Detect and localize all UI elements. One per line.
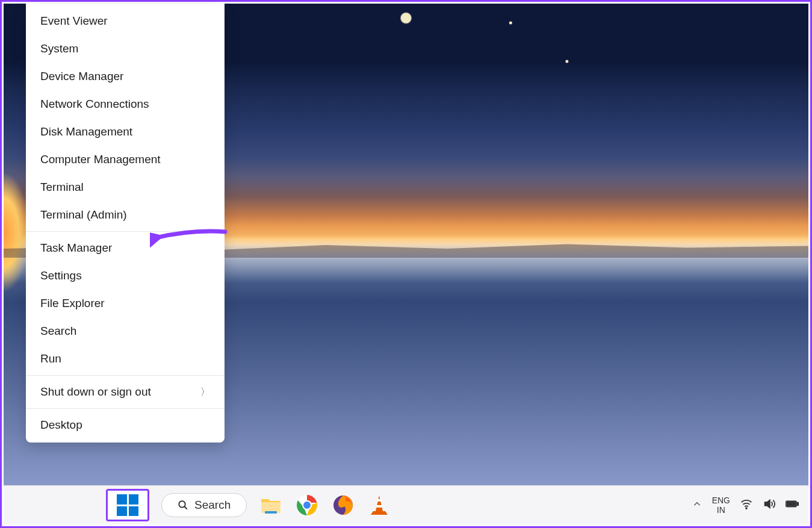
menu-item-label: File Explorer bbox=[40, 297, 105, 310]
lang-line1: ENG bbox=[712, 495, 730, 505]
wifi-icon bbox=[740, 497, 753, 511]
menu-item-disk-management[interactable]: Disk Management bbox=[26, 118, 225, 146]
tray-battery[interactable] bbox=[786, 497, 799, 513]
menu-item-label: System bbox=[40, 42, 78, 55]
windows-logo-icon bbox=[117, 494, 138, 516]
menu-item-desktop[interactable]: Desktop bbox=[26, 411, 225, 439]
menu-item-terminal-admin[interactable]: Terminal (Admin) bbox=[26, 201, 225, 229]
menu-item-label: Search bbox=[40, 325, 76, 338]
menu-separator bbox=[26, 408, 225, 409]
chevron-up-icon bbox=[692, 498, 702, 509]
taskbar-app-chrome[interactable] bbox=[295, 493, 319, 517]
menu-item-computer-management[interactable]: Computer Management bbox=[26, 146, 225, 173]
menu-item-label: Disk Management bbox=[40, 125, 132, 138]
svg-rect-3 bbox=[265, 511, 277, 514]
svg-line-1 bbox=[184, 506, 187, 509]
menu-item-system[interactable]: System bbox=[26, 35, 225, 63]
svg-rect-14 bbox=[787, 502, 795, 506]
menu-separator bbox=[26, 231, 225, 232]
chrome-icon bbox=[296, 494, 318, 516]
menu-item-terminal[interactable]: Terminal bbox=[26, 173, 225, 201]
menu-item-label: Run bbox=[40, 352, 61, 365]
menu-item-event-viewer[interactable]: Event Viewer bbox=[26, 7, 225, 35]
winx-context-menu: Event Viewer System Device Manager Netwo… bbox=[26, 4, 225, 443]
svg-rect-13 bbox=[797, 503, 798, 506]
language-indicator[interactable]: ENG IN bbox=[712, 495, 730, 515]
start-button[interactable] bbox=[106, 489, 149, 521]
speaker-icon bbox=[763, 497, 776, 511]
tray-overflow-button[interactable] bbox=[692, 498, 702, 512]
taskbar-app-file-explorer[interactable] bbox=[259, 493, 283, 517]
svg-rect-8 bbox=[377, 499, 382, 502]
vlc-cone-icon bbox=[370, 494, 389, 516]
menu-separator bbox=[26, 375, 225, 376]
menu-item-label: Terminal bbox=[40, 181, 84, 194]
svg-point-10 bbox=[746, 508, 747, 509]
battery-icon bbox=[786, 497, 799, 511]
menu-item-label: Shut down or sign out bbox=[40, 385, 151, 399]
svg-point-6 bbox=[303, 502, 311, 509]
menu-item-label: Network Connections bbox=[40, 98, 149, 111]
chevron-right-icon: 〉 bbox=[200, 386, 210, 399]
taskbar-app-vlc[interactable] bbox=[367, 493, 391, 517]
svg-point-0 bbox=[179, 501, 185, 508]
menu-item-device-manager[interactable]: Device Manager bbox=[26, 63, 225, 90]
folder-icon bbox=[260, 495, 282, 515]
menu-item-label: Computer Management bbox=[40, 153, 161, 166]
menu-item-task-manager[interactable]: Task Manager bbox=[26, 234, 225, 262]
tray-volume[interactable] bbox=[763, 497, 776, 513]
lang-line2: IN bbox=[712, 505, 730, 515]
menu-item-shut-down[interactable]: Shut down or sign out 〉 bbox=[26, 378, 225, 406]
search-label: Search bbox=[194, 498, 231, 512]
menu-item-label: Desktop bbox=[40, 418, 82, 432]
menu-item-search[interactable]: Search bbox=[26, 317, 225, 345]
menu-item-label: Settings bbox=[40, 269, 82, 282]
search-icon bbox=[178, 500, 188, 511]
firefox-icon bbox=[332, 494, 354, 516]
menu-item-file-explorer[interactable]: File Explorer bbox=[26, 290, 225, 317]
menu-item-label: Event Viewer bbox=[40, 14, 108, 28]
menu-item-network-connections[interactable]: Network Connections bbox=[26, 90, 225, 118]
svg-marker-11 bbox=[765, 500, 770, 508]
taskbar: Search ENG IN bbox=[4, 485, 808, 524]
taskbar-app-firefox[interactable] bbox=[331, 493, 355, 517]
menu-item-label: Device Manager bbox=[40, 70, 123, 83]
menu-item-label: Task Manager bbox=[40, 241, 112, 255]
menu-item-run[interactable]: Run bbox=[26, 345, 225, 373]
svg-rect-9 bbox=[376, 505, 382, 508]
tray-wifi[interactable] bbox=[740, 497, 753, 513]
menu-item-settings[interactable]: Settings bbox=[26, 262, 225, 290]
taskbar-search[interactable]: Search bbox=[161, 493, 247, 517]
menu-item-label: Terminal (Admin) bbox=[40, 208, 127, 222]
